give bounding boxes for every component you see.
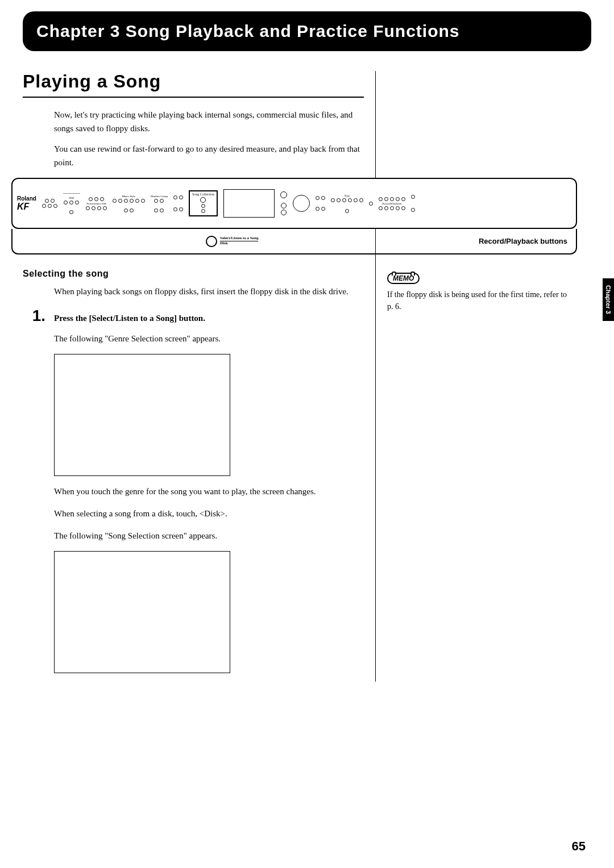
- subsection-text-2: The following "Genre Selection screen" a…: [23, 332, 364, 345]
- intro-paragraph-1: Now, let's try practicing while playing …: [23, 108, 364, 135]
- dial: [293, 195, 310, 212]
- select-listen-indicator: Select/Listen to a Song Disk: [206, 236, 258, 247]
- record-playback-label: Record/Playback: [382, 202, 401, 205]
- select-listen-label: Select/Listen to a Song: [220, 236, 258, 241]
- intro-paragraph-2: You can use rewind or fast-forward to go…: [23, 142, 364, 169]
- step-number: 1.: [23, 307, 45, 325]
- subsection-title: Selecting the song: [23, 269, 364, 279]
- genre-screen-placeholder: [54, 354, 230, 476]
- step-1: 1. Press the [Select/Listen to a Song] b…: [23, 307, 364, 325]
- disk-label: Disk: [220, 241, 258, 246]
- dsp-label: DSP: [69, 197, 74, 199]
- memo-text: If the floppy disk is being used for the…: [387, 289, 569, 312]
- brand-model: KF: [17, 202, 36, 212]
- subsection-text-4: When selecting a song from a disk, touch…: [23, 507, 364, 520]
- select-button-icon: [206, 236, 217, 247]
- step-instruction: Press the [Select/Listen to a Song] butt…: [54, 314, 205, 323]
- page-number: 65: [572, 839, 586, 854]
- rhythm-label: Rhythm Group: [151, 195, 168, 198]
- perf-pad-label: Performance Pad: [86, 202, 106, 205]
- subsection-text-3: When you touch the genre for the song yo…: [23, 485, 364, 498]
- memo-icon: MEMO: [387, 273, 420, 284]
- memo-box: MEMO If the floppy disk is being used fo…: [387, 273, 569, 312]
- record-playback-buttons-label: Record/Playback buttons: [479, 237, 567, 245]
- song-collection-box: Song Collection: [189, 190, 218, 216]
- diagram-footer: Select/Listen to a Song Disk Record/Play…: [11, 229, 577, 254]
- song-collection-label: Song Collection: [192, 193, 214, 196]
- chapter-side-tab: Chapter 3: [603, 278, 614, 321]
- section-title: Playing a Song: [23, 71, 364, 98]
- subsection-text-5: The following "Song Selection screen" ap…: [23, 529, 364, 542]
- subsection-text-1: When playing back songs on floppy disks,…: [23, 285, 364, 298]
- left-column: Playing a Song Now, let's try practicing…: [23, 71, 375, 682]
- chapter-header: Chapter 3 Song Playback and Practice Fun…: [23, 11, 591, 51]
- music-style-label: Music Style: [122, 195, 135, 198]
- keyboard-diagram: Roland KF DSP Perfor: [11, 178, 577, 254]
- brand-name: Roland: [17, 195, 36, 202]
- brand-box: Roland KF: [17, 195, 36, 212]
- song-screen-placeholder: [54, 551, 230, 673]
- chapter-title: Chapter 3 Song Playback and Practice Fun…: [36, 22, 578, 41]
- main-content: Playing a Song Now, let's try practicing…: [23, 71, 591, 682]
- lcd-screen: [223, 189, 275, 218]
- tone-label: Tone: [344, 194, 350, 197]
- right-column: MEMO If the floppy disk is being used fo…: [375, 71, 569, 682]
- keyboard-panel: Roland KF DSP Perfor: [11, 178, 577, 229]
